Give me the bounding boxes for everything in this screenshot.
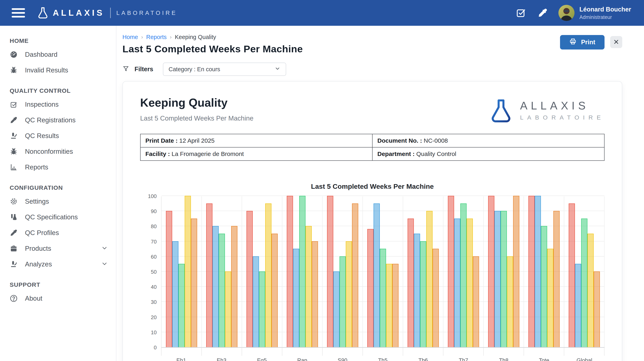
sidebar-item-invalid-results[interactable]: Invalid Results <box>10 62 116 78</box>
x-axis-label: Th6 <box>403 358 443 361</box>
bar <box>460 203 466 347</box>
bar <box>287 196 293 347</box>
cell-label: Facility : <box>146 150 172 157</box>
bar <box>265 203 272 347</box>
user-menu[interactable]: Léonard Boucher Administrateur <box>558 5 631 21</box>
bar <box>327 196 333 347</box>
bar <box>392 264 398 347</box>
bar <box>253 256 259 347</box>
y-axis-label: 20 <box>151 314 157 321</box>
tasks-icon[interactable] <box>515 7 527 19</box>
bar <box>588 234 594 347</box>
sidebar-item-qc-registrations[interactable]: QC Registrations <box>10 112 116 128</box>
bar <box>212 226 219 347</box>
microscope-icon <box>10 260 18 268</box>
x-axis-label: Eq5 <box>242 358 282 361</box>
sidebar-item-analyzes[interactable]: Analyzes <box>10 256 116 272</box>
cell-value: Quality Control <box>416 150 456 157</box>
cell-value: NC-0008 <box>424 137 448 144</box>
table-cell-document-no-: Document No. : NC-0008 <box>372 134 604 147</box>
category-filter-dropdown[interactable]: Category : En cours <box>163 62 286 76</box>
bar <box>172 241 178 347</box>
sidebar: HOMEDashboardInvalid ResultsQUALITY CONT… <box>0 26 116 361</box>
bar <box>569 203 575 347</box>
hamburger-icon[interactable] <box>12 8 25 17</box>
close-icon <box>613 39 620 46</box>
sidebar-item-qc-profiles[interactable]: QC Profiles <box>10 225 116 241</box>
cell-label: Department : <box>378 150 416 157</box>
bar-group-eh1 <box>162 196 202 347</box>
brand-logo[interactable]: ALLAXIS LABORATOIRE <box>37 6 177 19</box>
close-button[interactable] <box>610 36 622 48</box>
sidebar-section-title: QUALITY CONTROL <box>10 87 116 94</box>
bar <box>547 249 554 347</box>
breadcrumb-home[interactable]: Home <box>122 34 138 40</box>
bar <box>535 196 541 347</box>
bar <box>346 241 352 347</box>
table-cell-department-: Department : Quality Control <box>372 147 604 161</box>
sidebar-item-inspections[interactable]: Inspections <box>10 97 116 112</box>
page-title: Last 5 Completed Weeks Per Machine <box>122 43 303 54</box>
sidebar-item-dashboard[interactable]: Dashboard <box>10 47 116 62</box>
x-axis-label: Th7 <box>443 358 484 361</box>
y-axis-label: 40 <box>151 284 157 290</box>
bar <box>513 196 519 347</box>
brand-name: ALLAXIS <box>53 8 104 18</box>
info-table: Print Date : 12 April 2025Document No. :… <box>140 134 604 161</box>
eyedropper-icon <box>10 229 18 237</box>
bar <box>367 229 374 347</box>
bar <box>231 226 238 347</box>
y-axis-label: 50 <box>151 269 157 275</box>
bar <box>507 256 513 347</box>
funnel-icon <box>122 65 129 73</box>
bar-group-s90 <box>322 196 363 347</box>
bar-group-eq5 <box>242 196 282 347</box>
microscope-icon <box>10 132 18 140</box>
sidebar-item-label: Products <box>25 245 51 252</box>
bar-group-th8 <box>484 196 524 347</box>
bar <box>272 234 278 347</box>
sidebar-item-nonconformities[interactable]: Nonconformities <box>10 144 116 159</box>
sidebar-section-title: HOME <box>10 37 116 44</box>
bar-group-eh3 <box>202 196 242 347</box>
brand-divider <box>110 8 111 18</box>
flask-icon <box>488 97 514 123</box>
bar <box>191 219 197 347</box>
table-row: Facility : La Fromagerie de BromontDepar… <box>140 147 604 161</box>
table-cell-print-date-: Print Date : 12 April 2025 <box>140 134 372 147</box>
cell-label: Document No. : <box>378 137 424 144</box>
x-axis-label: Eh1 <box>161 358 202 361</box>
report-card: Keeping Quality Last 5 Completed Weeks P… <box>122 81 622 361</box>
avatar <box>558 5 574 21</box>
y-axis-label: 0 <box>154 345 157 351</box>
sidebar-item-label: QC Specifications <box>25 213 78 221</box>
bar <box>352 203 358 347</box>
bar <box>306 226 312 347</box>
bar <box>426 211 432 347</box>
x-axis-label: Tote <box>524 358 564 361</box>
y-axis-label: 60 <box>151 254 157 260</box>
sidebar-item-qc-results[interactable]: QC Results <box>10 128 116 144</box>
chart-title: Last 5 Completed Weeks Per Machine <box>140 183 604 190</box>
sidebar-item-reports[interactable]: Reports <box>10 159 116 175</box>
bar-group-global <box>564 196 604 347</box>
breadcrumb-reports[interactable]: Reports <box>146 34 167 40</box>
breadcrumb-separator: › <box>141 34 143 40</box>
table-row: Print Date : 12 April 2025Document No. :… <box>140 134 604 147</box>
sidebar-item-settings[interactable]: Settings <box>10 194 116 209</box>
bar <box>178 264 185 347</box>
bug-icon <box>10 147 18 156</box>
sidebar-item-label: QC Registrations <box>25 116 76 124</box>
report-subtitle: Last 5 Completed Weeks Per Machine <box>140 114 254 122</box>
bar-group-rap <box>282 196 322 347</box>
bar <box>386 264 392 347</box>
sidebar-item-products[interactable]: Products <box>10 241 116 256</box>
bug-icon <box>10 66 18 74</box>
bar <box>312 241 318 347</box>
eyedropper-icon[interactable] <box>537 7 549 19</box>
sidebar-item-qc-specifications[interactable]: QC Specifications <box>10 209 116 225</box>
y-axis: 0102030405060708090100 <box>140 196 161 348</box>
print-button[interactable]: Print <box>560 35 604 49</box>
sidebar-item-about[interactable]: About <box>10 291 116 306</box>
sidebar-item-label: QC Profiles <box>25 229 59 237</box>
